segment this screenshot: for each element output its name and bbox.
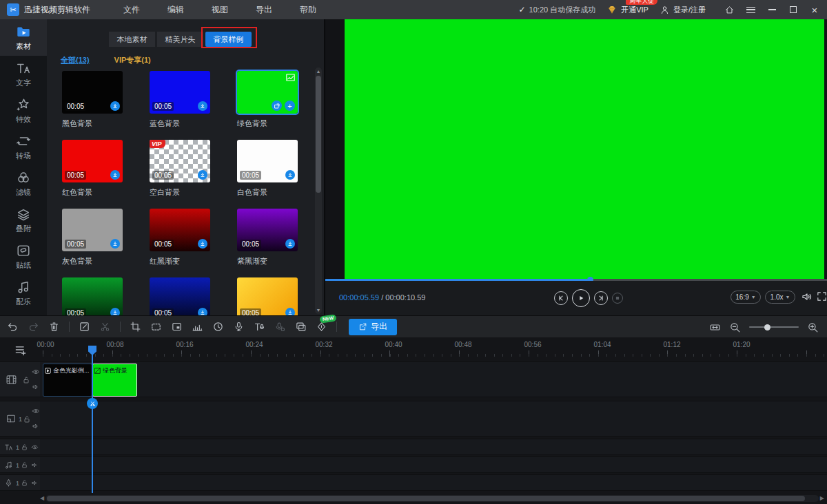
zoom-out-button[interactable] — [729, 322, 741, 333]
next-frame-button[interactable] — [594, 291, 608, 305]
download-button[interactable] — [285, 239, 295, 249]
sidebar-item-overlays[interactable]: 叠附 — [0, 202, 47, 238]
login-button[interactable]: 登录/注册 — [660, 5, 706, 15]
preview-material-button[interactable] — [272, 101, 282, 111]
duration-button[interactable] — [212, 321, 224, 333]
sidebar-item-stickers[interactable]: 贴纸 — [0, 238, 47, 275]
canvas-size-button[interactable] — [150, 321, 162, 333]
panel-scrollbar[interactable]: ▲ ▼ — [315, 67, 322, 314]
crop-button[interactable] — [130, 321, 141, 333]
sidebar-item-text[interactable]: 文字 — [0, 56, 47, 92]
undo-button[interactable] — [7, 321, 19, 333]
download-button[interactable] — [110, 308, 120, 315]
timeline-clip-background[interactable]: 绿色背景 — [92, 364, 137, 397]
eye-visibility-icon[interactable] — [31, 443, 39, 451]
download-button[interactable] — [198, 239, 207, 249]
download-button[interactable] — [110, 170, 120, 180]
sidebar-item-media[interactable]: 素材 — [0, 19, 47, 56]
scroll-right-arrow[interactable]: ▶ — [820, 495, 824, 502]
speaker-icon[interactable] — [31, 479, 39, 487]
picture-in-picture-button[interactable] — [171, 321, 183, 333]
download-button[interactable] — [198, 101, 207, 111]
material-item-selected[interactable]: + 绿色背景 — [237, 71, 298, 129]
scrollbar-thumb[interactable] — [47, 496, 805, 501]
scroll-left-arrow[interactable]: ◀ — [40, 495, 44, 502]
filter-vip-link[interactable]: VIP专享(1) — [114, 55, 151, 65]
material-item[interactable]: 00:05 — [62, 277, 123, 315]
material-item[interactable]: 00:05 紫黑渐变 — [237, 209, 298, 266]
download-button[interactable] — [285, 308, 295, 315]
zoom-in-button[interactable] — [807, 322, 819, 333]
add-material-button[interactable]: + — [285, 101, 295, 111]
main-menu-button[interactable] — [745, 4, 756, 15]
voice-changer-button[interactable] — [274, 321, 286, 333]
fit-timeline-button[interactable] — [709, 322, 721, 333]
vip-upgrade-button[interactable]: 开通VIP 周年大促 — [606, 4, 649, 15]
material-item[interactable]: 00:05 红色背景 — [62, 140, 123, 198]
stop-button[interactable] — [612, 293, 623, 304]
minimize-button[interactable] — [766, 4, 777, 15]
sidebar-item-transitions[interactable]: 转场 — [0, 129, 47, 165]
track-manager-button[interactable] — [14, 343, 28, 357]
material-item[interactable]: 00:05 — [150, 277, 210, 315]
unlock-icon[interactable] — [22, 376, 30, 384]
sidebar-item-effects[interactable]: 特效 — [0, 92, 47, 129]
unlock-icon[interactable] — [21, 461, 28, 469]
unlock-icon[interactable] — [23, 415, 31, 423]
timeline-horizontal-scrollbar[interactable]: ◀ ▶ — [40, 494, 824, 502]
timeline-zoom-slider[interactable] — [749, 326, 799, 328]
zoom-slider-handle[interactable] — [764, 324, 770, 330]
scroll-down-arrow[interactable]: ▼ — [315, 308, 322, 313]
template-button[interactable] — [295, 321, 307, 333]
download-button[interactable] — [285, 170, 295, 180]
filter-all-link[interactable]: 全部(13) — [61, 55, 90, 65]
video-track[interactable]: 金色光影倒... 绿色背景 — [0, 361, 827, 397]
material-item[interactable]: VIP 00:05 空白背景 — [150, 140, 210, 198]
timeline-clip-video[interactable]: 金色光影倒... — [43, 364, 92, 397]
menu-edit[interactable]: 编辑 — [167, 4, 184, 16]
speed-dropdown[interactable]: 1.0x▼ — [765, 291, 795, 304]
pip-track[interactable]: 1 — [0, 401, 827, 437]
music-track[interactable]: 1 — [0, 456, 827, 473]
download-button[interactable] — [110, 239, 120, 249]
download-button[interactable] — [198, 308, 207, 315]
play-button[interactable] — [572, 289, 590, 307]
text-track[interactable]: 1 — [0, 439, 827, 455]
material-item[interactable]: 00:05 灰色背景 — [62, 209, 123, 266]
unlock-icon[interactable] — [21, 443, 28, 451]
material-item[interactable]: 00:05 蓝色背景 — [150, 71, 210, 129]
playhead-line[interactable] — [92, 346, 93, 493]
previous-frame-button[interactable] — [554, 291, 568, 305]
scroll-up-arrow[interactable]: ▲ — [315, 69, 322, 74]
aspect-ratio-dropdown[interactable]: 16:9▼ — [731, 291, 761, 304]
menu-file[interactable]: 文件 — [123, 4, 140, 16]
split-scissors-button[interactable] — [99, 321, 111, 333]
watermark-button[interactable]: NEW — [316, 321, 327, 333]
voice-track[interactable]: 1 — [0, 474, 827, 491]
maximize-button[interactable] — [788, 4, 799, 15]
volume-button[interactable] — [801, 291, 813, 303]
speaker-icon[interactable] — [32, 383, 40, 391]
audio-levels-button[interactable] — [192, 321, 203, 333]
edit-clip-button[interactable] — [79, 321, 90, 333]
record-voice-button[interactable] — [233, 321, 245, 333]
tab-local-media[interactable]: 本地素材 — [109, 32, 155, 47]
material-item[interactable]: 00:05 红黑渐变 — [150, 209, 210, 266]
eye-visibility-icon[interactable] — [32, 407, 40, 415]
speaker-icon[interactable] — [31, 461, 39, 469]
unlock-icon[interactable] — [21, 479, 28, 487]
eye-visibility-icon[interactable] — [32, 368, 40, 376]
cut-at-playhead-button[interactable] — [87, 398, 98, 409]
menu-export[interactable]: 导出 — [256, 4, 272, 16]
sidebar-item-music[interactable]: 配乐 — [0, 275, 47, 311]
text-to-speech-button[interactable] — [254, 321, 265, 333]
menu-help[interactable]: 帮助 — [300, 4, 316, 16]
menu-view[interactable]: 视图 — [212, 4, 228, 16]
export-button[interactable]: 导出 — [349, 319, 397, 335]
close-button[interactable]: × — [809, 4, 820, 15]
material-item[interactable]: 00:05 黑色背景 — [62, 71, 123, 129]
home-button[interactable] — [724, 4, 735, 15]
sidebar-item-filters[interactable]: 滤镜 — [0, 165, 47, 202]
delete-button[interactable] — [48, 321, 60, 333]
material-item[interactable]: 00:05 白色背景 — [237, 140, 298, 198]
